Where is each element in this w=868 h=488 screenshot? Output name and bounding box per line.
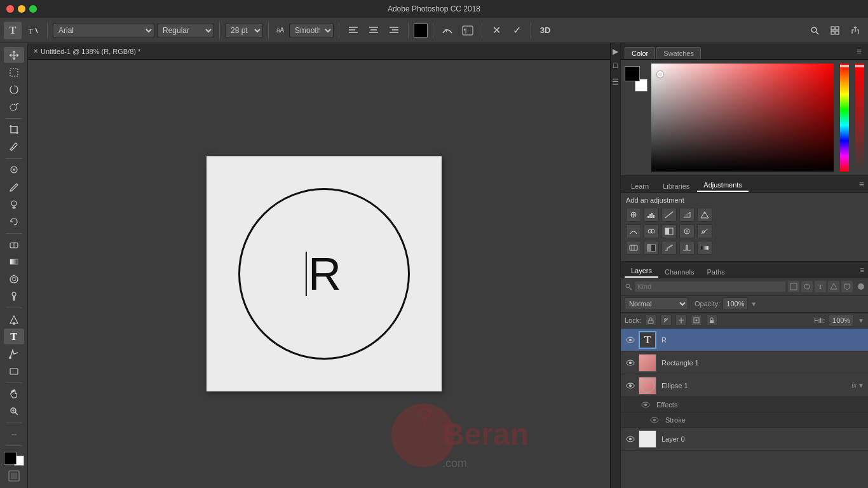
align-left-button[interactable] (344, 22, 362, 39)
tool-blur[interactable] (4, 271, 24, 287)
warp-text-button[interactable]: T (438, 22, 456, 39)
color-panel-options[interactable]: ≡ (854, 46, 864, 57)
gradient-map-icon[interactable] (697, 241, 712, 255)
layer-sub-stroke[interactable]: Stroke (621, 412, 868, 428)
tool-pen[interactable] (4, 311, 24, 327)
tool-lasso[interactable] (4, 81, 24, 97)
tool-dodge[interactable] (4, 288, 24, 304)
filter-pixel-icon[interactable] (788, 281, 799, 292)
align-center-button[interactable] (365, 22, 383, 39)
adjustments-tab[interactable]: Adjustments (697, 179, 749, 192)
exposure-icon[interactable] (679, 208, 695, 222)
libraries-tab[interactable]: Libraries (656, 180, 696, 192)
swatches-tab[interactable]: Swatches (656, 47, 701, 59)
channel-mixer-icon[interactable] (697, 224, 712, 238)
layers-search-input[interactable] (635, 281, 785, 292)
opacity-chevron[interactable]: ▼ (750, 301, 757, 308)
tool-gradient[interactable] (4, 254, 24, 270)
screen-mode[interactable] (8, 470, 20, 484)
text-options-icon[interactable]: T (24, 22, 42, 39)
color-saturation-lightness[interactable] (651, 64, 834, 172)
tool-eyedropper[interactable] (4, 139, 24, 155)
vibrance-icon[interactable] (697, 208, 712, 222)
fg-bg-colors[interactable] (4, 452, 24, 466)
canvas-container[interactable]: R (28, 60, 620, 488)
posterize-icon[interactable] (661, 241, 677, 255)
tool-text[interactable]: T (4, 329, 24, 344)
lock-all[interactable] (706, 315, 717, 326)
invert-icon[interactable] (644, 241, 659, 255)
hue-saturation-icon[interactable] (626, 224, 641, 238)
threshold-icon[interactable] (679, 241, 695, 255)
share-button[interactable] (846, 22, 864, 39)
text-tool-icon[interactable]: T (4, 22, 22, 39)
color-tab[interactable]: Color (625, 47, 655, 59)
aa-icon[interactable]: aA (274, 22, 287, 39)
tool-marquee-rect[interactable] (4, 64, 24, 80)
three-d-button[interactable]: 3D (536, 22, 554, 39)
text-color-swatch[interactable] (414, 24, 428, 37)
lock-transparent-pixels[interactable] (645, 315, 656, 326)
layer-visibility-rect1[interactable] (625, 357, 636, 369)
tab-close-button[interactable]: ✕ (33, 48, 38, 55)
layer-item-r[interactable]: T R (621, 329, 868, 351)
tool-path-select[interactable] (4, 346, 24, 362)
levels-icon[interactable] (644, 208, 659, 222)
document-tab[interactable]: Untitled-1 @ 138% (R, RGB/8) * (41, 48, 140, 55)
lock-position[interactable] (675, 315, 687, 326)
color-picker-gradient[interactable] (651, 64, 834, 172)
filter-shape-icon[interactable] (828, 281, 839, 292)
tool-shape[interactable] (4, 363, 24, 379)
tool-more[interactable]: ··· (4, 426, 24, 442)
panel-strip-icon-2[interactable]: □ (613, 61, 618, 70)
confirm-edits-button[interactable]: ✓ (508, 22, 526, 39)
canvas-text-content[interactable]: R (306, 248, 341, 300)
layer-list[interactable]: T R Rectangle 1 (621, 329, 868, 488)
fg-bg-swatches[interactable] (625, 66, 648, 92)
curves-icon[interactable] (661, 208, 677, 222)
tool-history-brush[interactable] (4, 214, 24, 229)
font-style-select[interactable]: Regular (157, 23, 214, 38)
color-lookup-icon[interactable] (626, 241, 641, 255)
sub-effects-visibility[interactable] (640, 402, 651, 408)
maximize-button[interactable] (29, 5, 37, 13)
panel-strip-icon-3[interactable]: ☰ (612, 78, 619, 86)
fill-chevron[interactable]: ▼ (858, 317, 864, 324)
font-size-select[interactable]: 28 pt (225, 23, 263, 38)
adjustments-options-icon[interactable]: ≡ (859, 179, 864, 189)
color-alpha-slider[interactable] (855, 64, 864, 172)
antialiasing-select[interactable]: Smooth (289, 23, 334, 38)
search-button[interactable] (806, 22, 824, 39)
layer-item-ellipse1[interactable]: Ellipse 1 fx ▼ (621, 374, 868, 397)
layer-filter-toggle[interactable] (858, 283, 864, 290)
layer-visibility-r[interactable] (625, 334, 636, 346)
foreground-color[interactable] (4, 452, 17, 464)
tool-eraser[interactable] (4, 236, 24, 252)
photo-filter-icon[interactable] (679, 224, 695, 238)
lock-artboard[interactable] (691, 315, 702, 326)
brightness-contrast-icon[interactable] (626, 208, 641, 222)
layer-visibility-ellipse1[interactable] (625, 380, 636, 391)
fill-value[interactable]: 100% (829, 314, 854, 327)
filter-text-icon[interactable]: T (815, 281, 826, 292)
tool-quick-select[interactable] (4, 99, 24, 115)
filter-smart-icon[interactable] (841, 281, 853, 292)
layer-sub-effects[interactable]: Effects (621, 397, 868, 412)
cancel-edits-button[interactable]: ✕ (487, 22, 505, 39)
filter-adjustment-icon[interactable] (801, 281, 813, 292)
panel-strip-icon-1[interactable]: ▶ (613, 47, 618, 56)
layers-tab[interactable]: Layers (625, 265, 658, 278)
minimize-button[interactable] (18, 5, 25, 13)
blend-mode-select[interactable]: Normal (625, 297, 688, 310)
tool-move[interactable] (4, 47, 24, 63)
layers-options-icon[interactable]: ≡ (860, 266, 864, 274)
color-balance-icon[interactable] (644, 224, 659, 238)
font-family-select[interactable]: Arial (53, 23, 154, 38)
tool-hand[interactable] (4, 386, 24, 402)
learn-tab[interactable]: Learn (625, 180, 655, 192)
color-hue-slider[interactable] (840, 64, 849, 172)
character-panel-button[interactable]: ¶ (459, 22, 477, 39)
tool-brush[interactable] (4, 179, 24, 195)
opacity-value[interactable]: 100% (722, 297, 748, 310)
layer-item-rectangle1[interactable]: Rectangle 1 (621, 351, 868, 374)
